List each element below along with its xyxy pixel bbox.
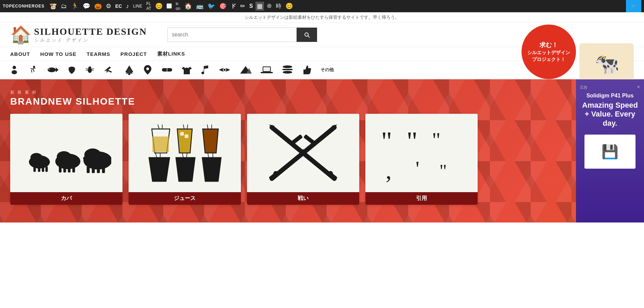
jacket-icon (182, 65, 192, 75)
ad-top-bar: 広告 ✕ (580, 85, 640, 90)
icon-target[interactable]: 🎯 (218, 2, 228, 11)
card-quote-image: " " " , ' " (365, 114, 478, 192)
cat-bug[interactable] (82, 64, 97, 76)
cow-emoji: 🐄 (594, 52, 620, 76)
svg-line-56 (207, 124, 208, 129)
svg-rect-14 (128, 74, 130, 75)
cat-running[interactable] (25, 64, 40, 76)
cat-thumbsup[interactable] (299, 63, 314, 76)
svg-rect-45 (87, 167, 90, 173)
svg-rect-31 (33, 167, 36, 172)
icon-face2[interactable]: 😊 (284, 2, 294, 11)
cow-illustration: 🐄 (579, 43, 634, 84)
burger-icon (282, 65, 293, 74)
person-icon (10, 65, 19, 75)
nav-tearms[interactable]: TEARMS (87, 51, 110, 57)
icon-time[interactable]: 時 (275, 2, 283, 11)
icon-misc1[interactable]: 🎃 (93, 2, 103, 11)
promo-circle[interactable]: 求む！ シルエットデザイン プロジェクト！ (522, 25, 576, 79)
svg-point-25 (283, 65, 292, 68)
lighthouse-icon: 🏠 (10, 26, 31, 43)
icon-building[interactable]: 🏠 (183, 2, 193, 11)
cat-burger[interactable] (279, 64, 296, 76)
nav-about[interactable]: ABOUT (10, 51, 30, 57)
leaf-icon (67, 65, 76, 75)
cat-jacket[interactable] (179, 63, 195, 76)
icon-music[interactable]: ♪ (125, 2, 130, 11)
icon-animal[interactable]: 🐮 (48, 2, 58, 11)
cat-airplane[interactable] (101, 64, 118, 76)
cat-pill[interactable] (159, 65, 176, 75)
icon-bus[interactable]: 🚌 (195, 2, 205, 11)
icon-person[interactable]: 🏃 (70, 2, 80, 11)
section-title: BRANDNEW SILHOETTE (10, 96, 634, 107)
icon-face[interactable]: 😊 (154, 2, 164, 11)
svg-marker-4 (56, 67, 59, 72)
icon-line[interactable]: LINE (132, 3, 144, 9)
cat-music[interactable] (198, 63, 212, 76)
subtitle-text: シルエットデザインは影絵素材をひたすら保管するサイトです。早く帰ろう。 (245, 15, 399, 20)
svg-point-19 (224, 69, 226, 71)
svg-text:": " (381, 126, 392, 156)
svg-rect-23 (263, 67, 270, 71)
svg-line-62 (208, 153, 209, 157)
cat-map[interactable] (140, 63, 155, 77)
card-kaba-label: カバ (10, 192, 122, 205)
twitter-button[interactable]: 🐦 (626, 0, 641, 12)
cat-other[interactable]: その他 (318, 65, 336, 74)
cat-eye[interactable] (216, 65, 233, 75)
search-icon (303, 31, 310, 38)
logo-sub-text: シルエット デザイン (34, 37, 147, 43)
svg-line-60 (182, 153, 183, 157)
logo-text: SILHOUETTE DESIGN シルエット デザイン (34, 26, 147, 43)
nav-links[interactable]: 素材LINKS (157, 51, 185, 57)
cat-person[interactable] (7, 64, 22, 76)
cat-mountain[interactable] (237, 64, 254, 76)
svg-rect-26 (282, 69, 293, 70)
juice-svg (140, 122, 230, 184)
cat-fish[interactable] (44, 65, 61, 75)
icon-grid[interactable]: ▦ (255, 2, 264, 11)
nav-how-to-use[interactable]: HOW TO USE (40, 51, 76, 57)
svg-line-54 (183, 124, 184, 129)
icon-chat[interactable]: 💬 (81, 2, 92, 11)
icon-icon[interactable]: icon (174, 1, 181, 12)
eye-icon (218, 66, 231, 73)
icon-s[interactable]: S (248, 2, 254, 10)
card-juice[interactable]: ジュース (129, 114, 241, 205)
svg-rect-33 (42, 167, 44, 172)
card-quote[interactable]: " " " , ' " 引用 (365, 114, 478, 205)
ad-close-button[interactable]: ✕ (637, 85, 640, 90)
svg-text:': ' (415, 157, 419, 180)
cat-laptop[interactable] (258, 64, 276, 76)
svg-line-55 (187, 124, 188, 129)
search-input[interactable] (167, 28, 297, 42)
icon-bird[interactable]: 🐦 (206, 2, 216, 11)
card-kaba[interactable]: カバ (10, 114, 122, 205)
swords-svg (258, 122, 348, 184)
icon-do[interactable]: ド (229, 2, 237, 11)
search-button[interactable] (297, 28, 317, 42)
logo-main-text: SILHOUETTE DESIGN (34, 26, 147, 37)
cat-leaf[interactable] (65, 64, 79, 76)
card-battle[interactable]: 戦い (247, 114, 359, 205)
icon-folder[interactable]: 🗂 (60, 2, 68, 11)
icon-ec[interactable]: EC (114, 3, 123, 10)
pill-icon (161, 66, 173, 73)
icon-parking[interactable]: 🅿 (165, 3, 173, 10)
logo-link[interactable]: 🏠 SILHOUETTE DESIGN シルエット デザイン (10, 26, 147, 43)
svg-line-58 (155, 153, 157, 157)
bug-icon (85, 65, 95, 75)
svg-rect-34 (45, 167, 48, 172)
nav-project[interactable]: PROJECT (120, 51, 147, 57)
icon-pen[interactable]: ✏ (239, 2, 247, 11)
icon-star[interactable]: ❊ (265, 2, 273, 11)
cards-grid: カバ (10, 114, 634, 205)
svg-rect-48 (102, 167, 105, 173)
cat-xmas[interactable] (122, 63, 137, 76)
icon-flat[interactable]: FLAT (145, 1, 152, 12)
card-battle-label: 戦い (247, 192, 359, 205)
fish-icon (46, 66, 59, 74)
icon-gear[interactable]: ⚙ (104, 2, 113, 11)
card-juice-label: ジュース (129, 192, 241, 205)
